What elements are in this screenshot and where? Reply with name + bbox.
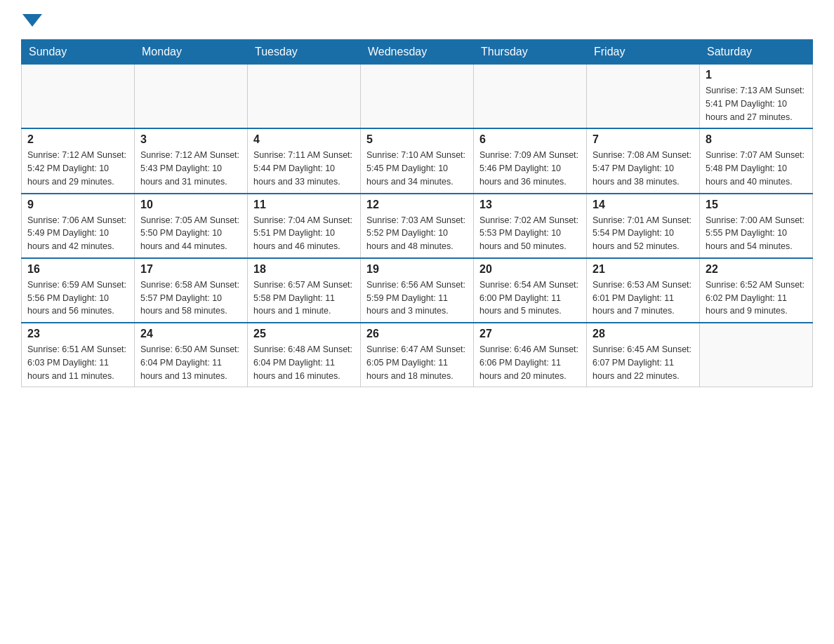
column-header-tuesday: Tuesday (248, 40, 361, 65)
day-number: 25 (253, 328, 355, 340)
day-number: 2 (27, 133, 128, 146)
calendar-day-cell: 24Sunrise: 6:50 AM Sunset: 6:04 PM Dayli… (135, 323, 248, 387)
day-number: 26 (366, 328, 468, 340)
column-header-friday: Friday (587, 40, 700, 65)
day-info: Sunrise: 7:03 AM Sunset: 5:52 PM Dayligh… (366, 214, 468, 253)
calendar-day-cell: 27Sunrise: 6:46 AM Sunset: 6:06 PM Dayli… (474, 323, 587, 387)
day-number: 4 (253, 133, 355, 146)
calendar-day-cell: 1Sunrise: 7:13 AM Sunset: 5:41 PM Daylig… (700, 65, 813, 129)
column-header-sunday: Sunday (22, 40, 135, 65)
day-info: Sunrise: 7:12 AM Sunset: 5:42 PM Dayligh… (27, 149, 128, 188)
calendar-day-cell: 18Sunrise: 6:57 AM Sunset: 5:58 PM Dayli… (248, 258, 361, 323)
calendar-week-row: 9Sunrise: 7:06 AM Sunset: 5:49 PM Daylig… (22, 194, 813, 258)
day-number: 19 (366, 263, 468, 276)
day-info: Sunrise: 6:57 AM Sunset: 5:58 PM Dayligh… (253, 279, 355, 318)
calendar-header-row: SundayMondayTuesdayWednesdayThursdayFrid… (22, 40, 813, 65)
day-number: 5 (366, 133, 468, 146)
day-number: 6 (479, 133, 581, 146)
calendar-day-cell: 2Sunrise: 7:12 AM Sunset: 5:42 PM Daylig… (22, 128, 135, 193)
calendar-day-cell: 5Sunrise: 7:10 AM Sunset: 5:45 PM Daylig… (361, 128, 474, 193)
day-number: 22 (706, 263, 807, 276)
day-info: Sunrise: 6:56 AM Sunset: 5:59 PM Dayligh… (366, 279, 468, 318)
column-header-wednesday: Wednesday (361, 40, 474, 65)
calendar-day-cell: 4Sunrise: 7:11 AM Sunset: 5:44 PM Daylig… (248, 128, 361, 193)
day-info: Sunrise: 7:12 AM Sunset: 5:43 PM Dayligh… (140, 149, 241, 188)
calendar-day-cell: 15Sunrise: 7:00 AM Sunset: 5:55 PM Dayli… (700, 194, 813, 258)
calendar-day-cell: 22Sunrise: 6:52 AM Sunset: 6:02 PM Dayli… (700, 258, 813, 323)
day-number: 10 (140, 199, 241, 211)
calendar-day-cell: 3Sunrise: 7:12 AM Sunset: 5:43 PM Daylig… (135, 128, 248, 193)
calendar-day-cell (22, 65, 135, 129)
calendar-day-cell (135, 65, 248, 129)
day-info: Sunrise: 7:00 AM Sunset: 5:55 PM Dayligh… (706, 214, 807, 253)
day-info: Sunrise: 7:11 AM Sunset: 5:44 PM Dayligh… (253, 149, 355, 188)
day-number: 18 (253, 263, 355, 276)
day-number: 13 (479, 199, 581, 211)
day-info: Sunrise: 7:09 AM Sunset: 5:46 PM Dayligh… (479, 149, 581, 188)
day-number: 12 (366, 199, 468, 211)
day-info: Sunrise: 7:04 AM Sunset: 5:51 PM Dayligh… (253, 214, 355, 253)
calendar-day-cell: 12Sunrise: 7:03 AM Sunset: 5:52 PM Dayli… (361, 194, 474, 258)
calendar-day-cell (361, 65, 474, 129)
day-info: Sunrise: 6:45 AM Sunset: 6:07 PM Dayligh… (593, 343, 694, 382)
calendar-week-row: 16Sunrise: 6:59 AM Sunset: 5:56 PM Dayli… (22, 258, 813, 323)
day-number: 23 (27, 328, 128, 340)
day-info: Sunrise: 7:02 AM Sunset: 5:53 PM Dayligh… (479, 214, 581, 253)
calendar-day-cell (474, 65, 587, 129)
day-info: Sunrise: 7:06 AM Sunset: 5:49 PM Dayligh… (27, 214, 128, 253)
day-number: 15 (706, 199, 807, 211)
day-number: 20 (479, 263, 581, 276)
calendar-day-cell: 28Sunrise: 6:45 AM Sunset: 6:07 PM Dayli… (587, 323, 700, 387)
column-header-monday: Monday (135, 40, 248, 65)
calendar-day-cell: 25Sunrise: 6:48 AM Sunset: 6:04 PM Dayli… (248, 323, 361, 387)
day-number: 9 (27, 199, 128, 211)
day-info: Sunrise: 7:13 AM Sunset: 5:41 PM Dayligh… (706, 84, 807, 123)
calendar-day-cell: 6Sunrise: 7:09 AM Sunset: 5:46 PM Daylig… (474, 128, 587, 193)
day-number: 27 (479, 328, 581, 340)
day-info: Sunrise: 6:48 AM Sunset: 6:04 PM Dayligh… (253, 343, 355, 382)
column-header-saturday: Saturday (700, 40, 813, 65)
day-number: 1 (706, 69, 807, 81)
day-number: 16 (27, 263, 128, 276)
calendar-day-cell: 7Sunrise: 7:08 AM Sunset: 5:47 PM Daylig… (587, 128, 700, 193)
page-header (21, 14, 813, 25)
day-number: 24 (140, 328, 241, 340)
column-header-thursday: Thursday (474, 40, 587, 65)
logo-arrow-icon (22, 14, 42, 27)
day-info: Sunrise: 6:58 AM Sunset: 5:57 PM Dayligh… (140, 279, 241, 318)
calendar-table: SundayMondayTuesdayWednesdayThursdayFrid… (21, 39, 813, 387)
calendar-day-cell: 23Sunrise: 6:51 AM Sunset: 6:03 PM Dayli… (22, 323, 135, 387)
day-info: Sunrise: 7:08 AM Sunset: 5:47 PM Dayligh… (593, 149, 694, 188)
calendar-day-cell: 9Sunrise: 7:06 AM Sunset: 5:49 PM Daylig… (22, 194, 135, 258)
calendar-day-cell: 17Sunrise: 6:58 AM Sunset: 5:57 PM Dayli… (135, 258, 248, 323)
calendar-day-cell: 16Sunrise: 6:59 AM Sunset: 5:56 PM Dayli… (22, 258, 135, 323)
day-info: Sunrise: 6:46 AM Sunset: 6:06 PM Dayligh… (479, 343, 581, 382)
day-number: 11 (253, 199, 355, 211)
calendar-day-cell: 21Sunrise: 6:53 AM Sunset: 6:01 PM Dayli… (587, 258, 700, 323)
day-info: Sunrise: 6:53 AM Sunset: 6:01 PM Dayligh… (593, 279, 694, 318)
calendar-week-row: 23Sunrise: 6:51 AM Sunset: 6:03 PM Dayli… (22, 323, 813, 387)
day-info: Sunrise: 7:05 AM Sunset: 5:50 PM Dayligh… (140, 214, 241, 253)
day-info: Sunrise: 6:54 AM Sunset: 6:00 PM Dayligh… (479, 279, 581, 318)
calendar-day-cell: 13Sunrise: 7:02 AM Sunset: 5:53 PM Dayli… (474, 194, 587, 258)
day-info: Sunrise: 7:07 AM Sunset: 5:48 PM Dayligh… (706, 149, 807, 188)
calendar-day-cell: 14Sunrise: 7:01 AM Sunset: 5:54 PM Dayli… (587, 194, 700, 258)
day-info: Sunrise: 7:10 AM Sunset: 5:45 PM Dayligh… (366, 149, 468, 188)
day-info: Sunrise: 6:52 AM Sunset: 6:02 PM Dayligh… (706, 279, 807, 318)
calendar-day-cell: 26Sunrise: 6:47 AM Sunset: 6:05 PM Dayli… (361, 323, 474, 387)
day-number: 21 (593, 263, 694, 276)
day-number: 28 (593, 328, 694, 340)
day-info: Sunrise: 6:47 AM Sunset: 6:05 PM Dayligh… (366, 343, 468, 382)
calendar-day-cell: 11Sunrise: 7:04 AM Sunset: 5:51 PM Dayli… (248, 194, 361, 258)
calendar-week-row: 1Sunrise: 7:13 AM Sunset: 5:41 PM Daylig… (22, 65, 813, 129)
day-number: 8 (706, 133, 807, 146)
day-number: 3 (140, 133, 241, 146)
calendar-day-cell: 8Sunrise: 7:07 AM Sunset: 5:48 PM Daylig… (700, 128, 813, 193)
day-info: Sunrise: 6:51 AM Sunset: 6:03 PM Dayligh… (27, 343, 128, 382)
calendar-day-cell: 10Sunrise: 7:05 AM Sunset: 5:50 PM Dayli… (135, 194, 248, 258)
day-number: 14 (593, 199, 694, 211)
calendar-day-cell (248, 65, 361, 129)
day-info: Sunrise: 7:01 AM Sunset: 5:54 PM Dayligh… (593, 214, 694, 253)
day-number: 7 (593, 133, 694, 146)
day-number: 17 (140, 263, 241, 276)
